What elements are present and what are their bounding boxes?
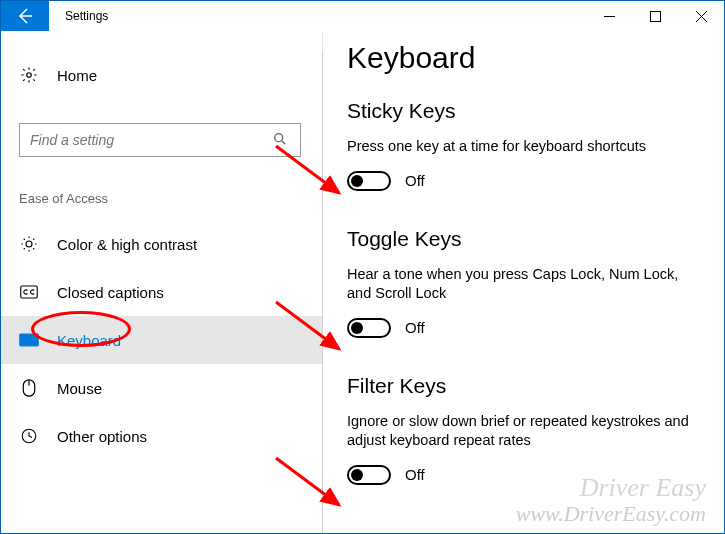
sidebar-divider <box>322 51 323 533</box>
sidebar-item-color-contrast[interactable]: Color & high contrast <box>1 220 323 268</box>
toggle-state-label: Off <box>405 172 425 189</box>
svg-rect-0 <box>650 11 660 21</box>
sidebar-item-label: Home <box>57 67 97 84</box>
sidebar-item-label: Mouse <box>57 380 102 397</box>
page-title: Keyboard <box>347 41 696 75</box>
search-icon <box>272 131 290 149</box>
sidebar-item-label: Color & high contrast <box>57 236 197 253</box>
search-field[interactable] <box>30 132 272 148</box>
sidebar-item-keyboard[interactable]: Keyboard <box>1 316 323 364</box>
svg-rect-5 <box>20 334 38 346</box>
section-heading-toggle-keys: Toggle Keys <box>347 227 696 251</box>
brightness-icon <box>19 234 39 254</box>
toggle-state-label: Off <box>405 319 425 336</box>
gear-icon <box>19 65 39 85</box>
minimize-button[interactable] <box>586 1 632 31</box>
section-desc: Ignore or slow down brief or repeated ke… <box>347 412 696 451</box>
sidebar-item-label: Keyboard <box>57 332 121 349</box>
sidebar-item-other-options[interactable]: Other options <box>1 412 323 460</box>
toggle-toggle-keys[interactable] <box>347 318 391 338</box>
titlebar: Settings <box>1 1 724 31</box>
sidebar-item-label: Closed captions <box>57 284 164 301</box>
svg-point-1 <box>27 73 32 78</box>
maximize-button[interactable] <box>632 1 678 31</box>
section-desc: Hear a tone when you press Caps Lock, Nu… <box>347 265 696 304</box>
sidebar-group-label: Ease of Access <box>1 163 323 220</box>
keyboard-icon <box>19 330 39 350</box>
toggle-filter-keys[interactable] <box>347 465 391 485</box>
mouse-icon <box>19 378 39 398</box>
section-desc: Press one key at a time for keyboard sho… <box>347 137 696 157</box>
close-button[interactable] <box>678 1 724 31</box>
toggle-sticky-keys[interactable] <box>347 171 391 191</box>
back-button[interactable] <box>1 1 49 31</box>
window-title: Settings <box>49 1 108 31</box>
toggle-state-label: Off <box>405 466 425 483</box>
captions-icon <box>19 282 39 302</box>
sidebar-item-home[interactable]: Home <box>1 51 323 99</box>
sidebar-item-label: Other options <box>57 428 147 445</box>
search-input[interactable] <box>19 123 301 157</box>
svg-point-2 <box>275 134 283 142</box>
sidebar: Home Ease of Access Color & high contras… <box>1 31 323 533</box>
section-heading-sticky-keys: Sticky Keys <box>347 99 696 123</box>
sidebar-item-mouse[interactable]: Mouse <box>1 364 323 412</box>
section-heading-filter-keys: Filter Keys <box>347 374 696 398</box>
sidebar-item-closed-captions[interactable]: Closed captions <box>1 268 323 316</box>
clock-icon <box>19 426 39 446</box>
svg-point-3 <box>26 241 32 247</box>
main-content: Keyboard Sticky Keys Press one key at a … <box>322 31 724 533</box>
